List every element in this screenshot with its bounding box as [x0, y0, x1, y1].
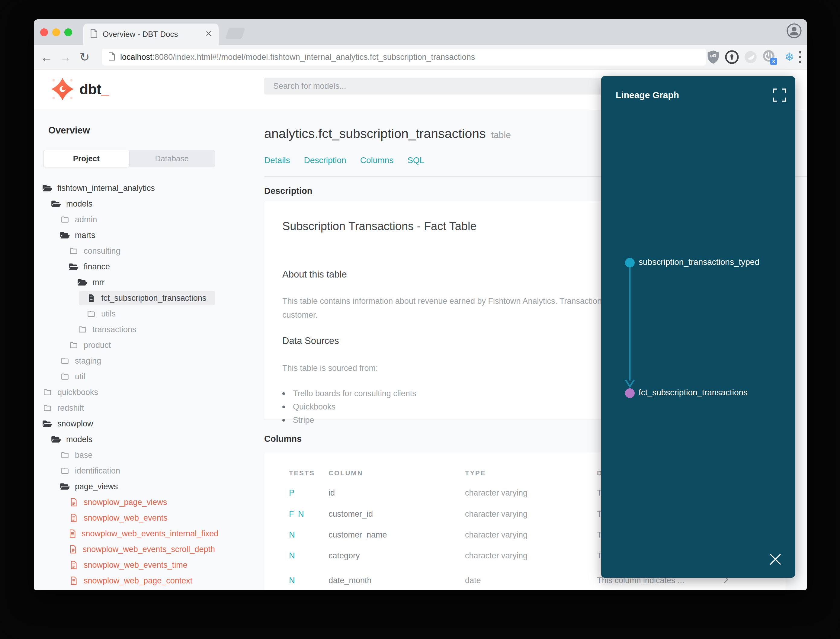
tree-item-label: quickbooks — [57, 388, 98, 397]
tree-item-label: util — [75, 372, 86, 381]
tab-title: Overview - DBT Docs — [103, 30, 205, 39]
browser-tabstrip: Overview - DBT Docs — [34, 19, 807, 45]
folder-icon — [60, 215, 70, 224]
model-tab-description[interactable]: Description — [304, 156, 346, 165]
tree-item-page_views[interactable]: page_views — [60, 479, 215, 494]
folder-open-icon — [77, 278, 87, 286]
tree-item-mrr[interactable]: mrr — [77, 275, 215, 289]
tree-item-admin[interactable]: admin — [60, 212, 215, 227]
tree-item-label: redshift — [57, 404, 84, 413]
tree-item-finance[interactable]: finance — [68, 259, 215, 274]
lineage-graph-canvas[interactable] — [601, 76, 795, 578]
reload-button[interactable]: ↻ — [76, 45, 93, 70]
new-tab-button[interactable] — [225, 29, 245, 39]
model-tab-columns[interactable]: Columns — [360, 156, 394, 165]
tree-item-fct_subscription_transactions[interactable]: fct_subscription_transactions — [79, 291, 215, 305]
folder-icon — [60, 372, 70, 381]
model-tab-sql[interactable]: SQL — [407, 156, 424, 165]
file-icon — [68, 576, 79, 585]
page-icon — [90, 29, 98, 39]
svg-text:uO: uO — [710, 53, 716, 58]
lineage-node-label[interactable]: fct_subscription_transactions — [638, 388, 748, 397]
browser-menu-icon[interactable] — [791, 48, 807, 66]
tree-item-snowplow_web_events_scroll_depth[interactable]: snowplow_web_events_scroll_depth — [68, 542, 215, 556]
tree-item-label: finance — [84, 262, 110, 272]
tree-item-label: snowplow_web_events — [84, 513, 168, 523]
cell-tests: N — [289, 551, 296, 561]
file-icon — [68, 529, 77, 538]
sources-list: Trello boards for consulting clientsQuic… — [282, 387, 416, 427]
folder-open-icon — [42, 420, 52, 428]
tree-item-label: snowplow — [57, 419, 93, 429]
tree-item-transactions[interactable]: transactions — [77, 322, 215, 337]
url-text: localhost:8080/index.html#!/model/model.… — [120, 52, 475, 62]
folder-icon — [77, 325, 87, 334]
tree-item-snowplow_page_views[interactable]: snowplow_page_views — [68, 495, 215, 509]
tree-item-base[interactable]: base — [60, 448, 215, 463]
zoom-window-button[interactable] — [64, 29, 72, 36]
source-list-item: Quickbooks — [282, 400, 416, 413]
file-icon — [68, 545, 78, 554]
tree-item-util[interactable]: util — [60, 369, 215, 384]
data-sources-heading: Data Sources — [282, 335, 339, 347]
tree-item-label: models — [66, 199, 92, 209]
sources-intro: This table is sourced from: — [282, 361, 378, 375]
tab-close-icon[interactable] — [205, 30, 212, 38]
tree-item-snowplow_web_page_context[interactable]: snowplow_web_page_context — [68, 574, 215, 588]
tree-item-label: consulting — [84, 246, 121, 256]
tree-item-label: snowplow_page_views — [84, 498, 167, 507]
tree-item-label: fct_subscription_transactions — [101, 294, 206, 303]
tree-item-models[interactable]: models — [51, 197, 215, 211]
tree-item-models[interactable]: models — [51, 432, 215, 447]
tree-item-label: mrr — [92, 278, 105, 287]
col-header-tests: TESTS — [289, 469, 315, 477]
tree-item-identification[interactable]: identification — [60, 464, 215, 478]
col-header-type: TYPE — [465, 469, 486, 477]
tree-item-utils[interactable]: utils — [86, 307, 215, 321]
browser-toolbar: ← → ↻ localhost:8080/index.html#!/model/… — [34, 45, 807, 70]
tree-item-consulting[interactable]: consulting — [68, 244, 215, 258]
tree-item-label: admin — [75, 215, 97, 224]
browser-profile-avatar[interactable] — [786, 23, 802, 40]
folder-icon — [68, 246, 79, 256]
tree-item-label: snowplow_web_events_time — [84, 561, 187, 570]
folder-open-icon — [51, 435, 61, 443]
power-extension-icon[interactable]: x — [760, 48, 778, 66]
tree-item-snowplow_web_events_time[interactable]: snowplow_web_events_time — [68, 558, 215, 572]
tree-item-snowplow_web_events[interactable]: snowplow_web_events — [68, 511, 215, 525]
model-tab-details[interactable]: Details — [264, 156, 290, 165]
ublock-origin-icon[interactable]: uO — [704, 48, 722, 66]
tree-item-label: page_views — [75, 482, 118, 491]
lineage-node-label[interactable]: subscription_transactions_typed — [638, 257, 759, 267]
file-icon — [86, 294, 96, 303]
tree-item-label: snowplow_web_events_scroll_depth — [83, 545, 215, 554]
tree-item-label: transactions — [92, 325, 137, 334]
node-subscription-transactions-typed — [625, 258, 635, 267]
close-lineage-icon[interactable] — [769, 553, 782, 567]
tree-item-quickbooks[interactable]: quickbooks — [42, 385, 215, 399]
tree-item-snowplow_web_events_internal_fixed[interactable]: snowplow_web_events_internal_fixed — [68, 526, 215, 541]
tree-item-label: base — [75, 451, 93, 460]
file-icon — [68, 498, 79, 507]
address-bar[interactable]: localhost:8080/index.html#!/model/model.… — [102, 49, 706, 65]
folder-open-icon — [42, 184, 52, 192]
cell-tests: P — [289, 488, 295, 498]
folder-icon — [60, 356, 70, 366]
svg-text:x: x — [772, 58, 775, 64]
browser-tab[interactable]: Overview - DBT Docs — [83, 24, 219, 45]
tree-item-product[interactable]: product — [68, 338, 215, 353]
back-button[interactable]: ← — [38, 45, 55, 70]
page-icon — [108, 52, 115, 62]
tree-item-staging[interactable]: staging — [60, 354, 215, 368]
tree-item-redshift[interactable]: redshift — [42, 401, 215, 415]
tree-item-label: models — [66, 435, 92, 444]
extension-circle-icon[interactable] — [742, 48, 760, 66]
forward-button[interactable]: → — [57, 45, 74, 70]
tree-item-fishtown_internal_analytics[interactable]: fishtown_internal_analytics — [42, 181, 215, 196]
1password-icon[interactable] — [723, 48, 741, 66]
tree-item-marts[interactable]: marts — [60, 228, 215, 243]
about-heading: About this table — [282, 269, 347, 280]
tree-item-snowplow[interactable]: snowplow — [42, 416, 215, 431]
close-window-button[interactable] — [40, 29, 48, 36]
minimize-window-button[interactable] — [52, 29, 60, 36]
